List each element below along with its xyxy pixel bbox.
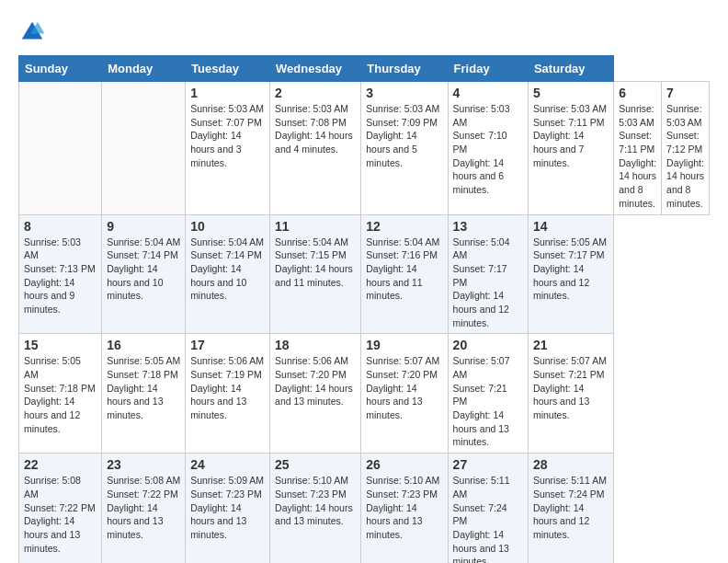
calendar-cell: 20 Sunrise: 5:07 AM Sunset: 7:21 PM Dayl… <box>448 334 528 454</box>
day-number: 13 <box>453 219 523 234</box>
day-info: Sunrise: 5:08 AM Sunset: 7:22 PM Dayligh… <box>24 474 97 555</box>
calendar-cell: 22 Sunrise: 5:08 AM Sunset: 7:22 PM Dayl… <box>19 454 102 563</box>
calendar-cell <box>19 82 102 215</box>
page-header <box>18 18 710 46</box>
day-number: 20 <box>453 338 523 352</box>
day-number: 21 <box>533 338 609 352</box>
day-info: Sunrise: 5:03 AM Sunset: 7:09 PM Dayligh… <box>366 102 442 169</box>
day-number: 15 <box>24 338 97 352</box>
day-info: Sunrise: 5:07 AM Sunset: 7:21 PM Dayligh… <box>533 354 609 421</box>
day-number: 28 <box>533 457 609 472</box>
day-number: 19 <box>366 338 442 352</box>
calendar-cell <box>102 82 186 215</box>
day-info: Sunrise: 5:03 AM Sunset: 7:08 PM Dayligh… <box>275 102 356 156</box>
calendar-cell: 28 Sunrise: 5:11 AM Sunset: 7:24 PM Dayl… <box>528 454 613 563</box>
header-row: SundayMondayTuesdayWednesdayThursdayFrid… <box>19 56 710 82</box>
calendar-cell: 27 Sunrise: 5:11 AM Sunset: 7:24 PM Dayl… <box>448 454 528 563</box>
day-number: 27 <box>453 457 523 472</box>
day-number: 6 <box>619 86 656 100</box>
day-number: 11 <box>275 219 356 234</box>
calendar-cell: 23 Sunrise: 5:08 AM Sunset: 7:22 PM Dayl… <box>102 454 186 563</box>
calendar-cell: 2 Sunrise: 5:03 AM Sunset: 7:08 PM Dayli… <box>270 82 361 215</box>
calendar-cell: 1 Sunrise: 5:03 AM Sunset: 7:07 PM Dayli… <box>186 82 270 215</box>
day-info: Sunrise: 5:11 AM Sunset: 7:24 PM Dayligh… <box>533 474 609 541</box>
day-number: 5 <box>533 86 609 100</box>
weekday-header: Friday <box>448 56 528 82</box>
day-number: 10 <box>190 219 265 234</box>
day-info: Sunrise: 5:11 AM Sunset: 7:24 PM Dayligh… <box>453 474 523 563</box>
logo <box>18 18 50 46</box>
calendar-cell: 24 Sunrise: 5:09 AM Sunset: 7:23 PM Dayl… <box>186 454 270 563</box>
day-number: 3 <box>366 86 442 100</box>
day-number: 23 <box>107 457 180 472</box>
day-info: Sunrise: 5:03 AM Sunset: 7:11 PM Dayligh… <box>619 102 656 211</box>
logo-icon <box>18 18 46 46</box>
day-info: Sunrise: 5:06 AM Sunset: 7:19 PM Dayligh… <box>190 354 265 421</box>
day-info: Sunrise: 5:03 AM Sunset: 7:11 PM Dayligh… <box>533 102 609 169</box>
calendar-row: 22 Sunrise: 5:08 AM Sunset: 7:22 PM Dayl… <box>19 454 710 563</box>
day-info: Sunrise: 5:04 AM Sunset: 7:14 PM Dayligh… <box>107 236 180 303</box>
weekday-header: Tuesday <box>186 56 270 82</box>
day-info: Sunrise: 5:04 AM Sunset: 7:15 PM Dayligh… <box>275 236 356 290</box>
day-info: Sunrise: 5:07 AM Sunset: 7:21 PM Dayligh… <box>453 354 523 449</box>
day-number: 16 <box>107 338 180 352</box>
calendar-row: 1 Sunrise: 5:03 AM Sunset: 7:07 PM Dayli… <box>19 82 710 215</box>
day-number: 12 <box>366 219 442 234</box>
weekday-header: Saturday <box>528 56 613 82</box>
calendar-cell: 26 Sunrise: 5:10 AM Sunset: 7:23 PM Dayl… <box>361 454 448 563</box>
calendar-cell: 6 Sunrise: 5:03 AM Sunset: 7:11 PM Dayli… <box>614 82 662 215</box>
day-info: Sunrise: 5:03 AM Sunset: 7:12 PM Dayligh… <box>666 102 704 211</box>
weekday-header: Wednesday <box>270 56 361 82</box>
day-number: 1 <box>190 86 265 100</box>
calendar-cell: 11 Sunrise: 5:04 AM Sunset: 7:15 PM Dayl… <box>270 214 361 334</box>
day-info: Sunrise: 5:07 AM Sunset: 7:20 PM Dayligh… <box>366 354 442 421</box>
weekday-header: Sunday <box>19 56 102 82</box>
calendar-table: SundayMondayTuesdayWednesdayThursdayFrid… <box>18 55 710 563</box>
calendar-cell: 16 Sunrise: 5:05 AM Sunset: 7:18 PM Dayl… <box>102 334 186 454</box>
calendar-cell: 4 Sunrise: 5:03 AM Sunset: 7:10 PM Dayli… <box>448 82 528 215</box>
weekday-header: Thursday <box>361 56 448 82</box>
day-info: Sunrise: 5:03 AM Sunset: 7:13 PM Dayligh… <box>24 236 97 316</box>
weekday-header: Monday <box>102 56 186 82</box>
day-number: 25 <box>275 457 356 472</box>
day-number: 7 <box>666 86 704 100</box>
calendar-cell: 8 Sunrise: 5:03 AM Sunset: 7:13 PM Dayli… <box>19 214 102 334</box>
day-number: 22 <box>24 457 97 472</box>
day-info: Sunrise: 5:10 AM Sunset: 7:23 PM Dayligh… <box>366 474 442 541</box>
calendar-cell: 21 Sunrise: 5:07 AM Sunset: 7:21 PM Dayl… <box>528 334 613 454</box>
calendar-cell: 3 Sunrise: 5:03 AM Sunset: 7:09 PM Dayli… <box>361 82 448 215</box>
calendar-cell: 5 Sunrise: 5:03 AM Sunset: 7:11 PM Dayli… <box>528 82 613 215</box>
day-info: Sunrise: 5:05 AM Sunset: 7:18 PM Dayligh… <box>24 354 97 435</box>
calendar-cell: 10 Sunrise: 5:04 AM Sunset: 7:14 PM Dayl… <box>186 214 270 334</box>
calendar-cell: 25 Sunrise: 5:10 AM Sunset: 7:23 PM Dayl… <box>270 454 361 563</box>
day-number: 26 <box>366 457 442 472</box>
calendar-cell: 9 Sunrise: 5:04 AM Sunset: 7:14 PM Dayli… <box>102 214 186 334</box>
day-number: 2 <box>275 86 356 100</box>
calendar-cell: 15 Sunrise: 5:05 AM Sunset: 7:18 PM Dayl… <box>19 334 102 454</box>
day-info: Sunrise: 5:06 AM Sunset: 7:20 PM Dayligh… <box>275 354 356 408</box>
calendar-cell: 12 Sunrise: 5:04 AM Sunset: 7:16 PM Dayl… <box>361 214 448 334</box>
day-number: 17 <box>190 338 265 352</box>
day-number: 14 <box>533 219 609 234</box>
calendar-cell: 7 Sunrise: 5:03 AM Sunset: 7:12 PM Dayli… <box>662 82 710 215</box>
day-number: 4 <box>453 86 523 100</box>
calendar-cell: 13 Sunrise: 5:04 AM Sunset: 7:17 PM Dayl… <box>448 214 528 334</box>
day-info: Sunrise: 5:04 AM Sunset: 7:14 PM Dayligh… <box>190 236 265 303</box>
calendar-cell: 14 Sunrise: 5:05 AM Sunset: 7:17 PM Dayl… <box>528 214 613 334</box>
day-number: 9 <box>107 219 180 234</box>
day-number: 8 <box>24 219 97 234</box>
calendar-row: 8 Sunrise: 5:03 AM Sunset: 7:13 PM Dayli… <box>19 214 710 334</box>
day-info: Sunrise: 5:10 AM Sunset: 7:23 PM Dayligh… <box>275 474 356 528</box>
day-number: 18 <box>275 338 356 352</box>
day-info: Sunrise: 5:08 AM Sunset: 7:22 PM Dayligh… <box>107 474 180 541</box>
day-number: 24 <box>190 457 265 472</box>
calendar-row: 15 Sunrise: 5:05 AM Sunset: 7:18 PM Dayl… <box>19 334 710 454</box>
calendar-cell: 17 Sunrise: 5:06 AM Sunset: 7:19 PM Dayl… <box>186 334 270 454</box>
calendar-cell: 18 Sunrise: 5:06 AM Sunset: 7:20 PM Dayl… <box>270 334 361 454</box>
day-info: Sunrise: 5:05 AM Sunset: 7:17 PM Dayligh… <box>533 236 609 303</box>
day-info: Sunrise: 5:04 AM Sunset: 7:17 PM Dayligh… <box>453 236 523 330</box>
day-info: Sunrise: 5:03 AM Sunset: 7:07 PM Dayligh… <box>190 102 265 169</box>
day-info: Sunrise: 5:04 AM Sunset: 7:16 PM Dayligh… <box>366 236 442 303</box>
day-info: Sunrise: 5:05 AM Sunset: 7:18 PM Dayligh… <box>107 354 180 421</box>
day-info: Sunrise: 5:03 AM Sunset: 7:10 PM Dayligh… <box>453 102 523 197</box>
